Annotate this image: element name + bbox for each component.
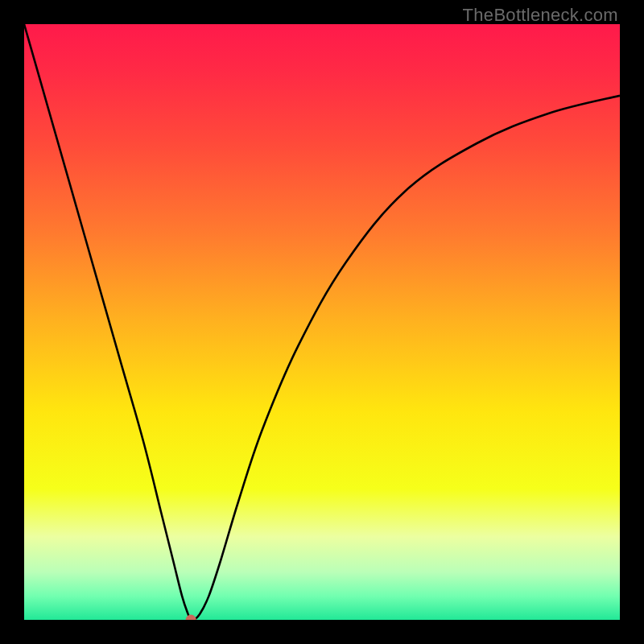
chart-svg <box>24 24 620 620</box>
gradient-background <box>24 24 620 620</box>
plot-area <box>24 24 620 620</box>
watermark-text: TheBottleneck.com <box>463 5 618 26</box>
chart-frame: TheBottleneck.com <box>0 0 644 644</box>
